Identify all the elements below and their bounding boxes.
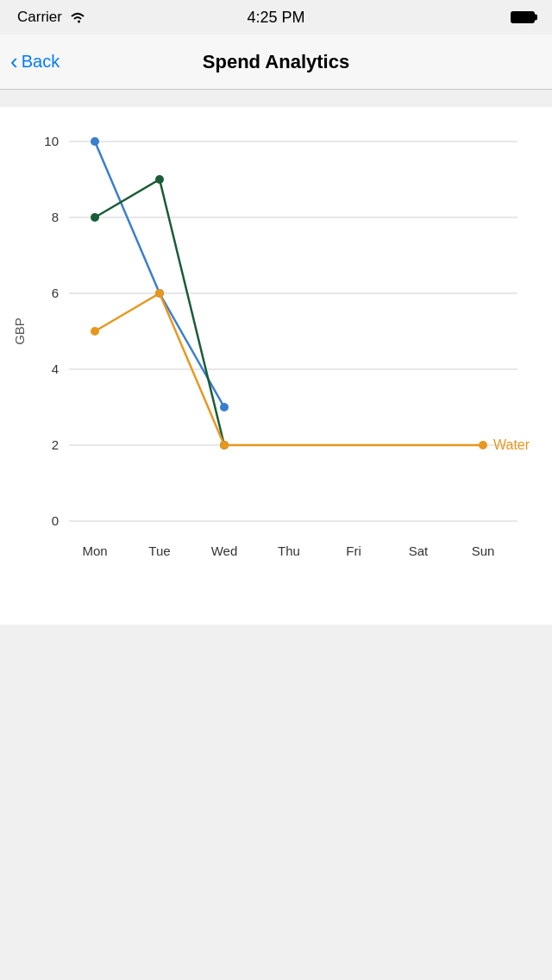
status-right bbox=[511, 11, 535, 23]
x-tick-fri: Fri bbox=[346, 543, 361, 558]
page-title: Spend Analytics bbox=[203, 51, 349, 73]
x-tick-mon: Mon bbox=[82, 543, 107, 558]
x-tick-sun: Sun bbox=[472, 543, 495, 558]
x-tick-wed: Wed bbox=[211, 543, 238, 558]
back-label: Back bbox=[22, 52, 60, 72]
water-dot-tue bbox=[155, 289, 164, 298]
y-tick-4: 4 bbox=[52, 361, 59, 376]
wifi-icon bbox=[69, 10, 86, 24]
y-tick-2: 2 bbox=[52, 437, 59, 452]
x-tick-sat: Sat bbox=[409, 543, 429, 558]
x-tick-thu: Thu bbox=[278, 543, 300, 558]
back-button[interactable]: ‹ Back bbox=[0, 52, 60, 72]
battery-icon bbox=[511, 11, 535, 23]
green-dot-tue bbox=[155, 175, 164, 184]
spend-chart: 0 2 4 6 8 10 GBP Mon Tue Wed Thu Fri Sat… bbox=[0, 124, 552, 607]
status-left: Carrier bbox=[17, 9, 86, 26]
water-dot-sun bbox=[479, 441, 487, 449]
water-dot-wed bbox=[220, 441, 229, 449]
status-bar: Carrier 4:25 PM bbox=[0, 0, 552, 35]
blue-dot-wed bbox=[220, 403, 229, 411]
x-tick-tue: Tue bbox=[148, 543, 170, 558]
blue-dot-mon bbox=[91, 137, 99, 146]
status-time: 4:25 PM bbox=[247, 9, 304, 27]
y-tick-0: 0 bbox=[52, 513, 59, 528]
green-dot-mon bbox=[91, 213, 99, 222]
y-axis-title: GBP bbox=[12, 317, 27, 345]
green-series-line bbox=[95, 179, 224, 445]
nav-bar: ‹ Back Spend Analytics bbox=[0, 35, 552, 90]
water-dot-mon bbox=[91, 327, 99, 336]
y-tick-8: 8 bbox=[52, 210, 59, 224]
y-tick-10: 10 bbox=[44, 134, 59, 148]
y-tick-6: 6 bbox=[52, 286, 59, 300]
back-chevron-icon: ‹ bbox=[10, 50, 18, 72]
carrier-label: Carrier bbox=[17, 9, 62, 26]
chart-container: 0 2 4 6 8 10 GBP Mon Tue Wed Thu Fri Sat… bbox=[0, 107, 552, 625]
water-series-label: Water bbox=[493, 437, 530, 452]
